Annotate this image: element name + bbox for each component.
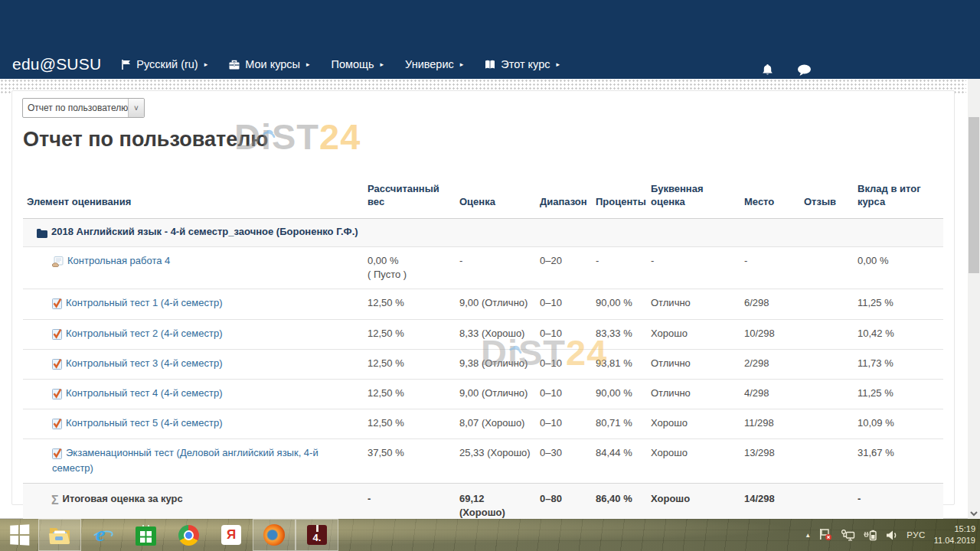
taskbar-file-explorer[interactable] bbox=[38, 519, 81, 551]
page-title: Отчет по пользователю bbox=[23, 128, 268, 152]
cell-feedback bbox=[804, 319, 858, 349]
cell-rank: 10/298 bbox=[744, 319, 804, 349]
taskbar-clock[interactable]: 15:19 11.04.2019 bbox=[934, 523, 975, 546]
browser-viewport: edu@SUSU Русский (ru) ▸ Мои курсы ▸ Помо… bbox=[0, 0, 980, 519]
item-name[interactable]: Контрольный тест 5 (4-й семестр) bbox=[66, 417, 222, 429]
screen: edu@SUSU Русский (ru) ▸ Мои курсы ▸ Помо… bbox=[0, 0, 980, 551]
main-nav: Русский (ru) ▸ Мои курсы ▸ Помощь ▸ Унив… bbox=[121, 58, 560, 70]
grade-report-table: Элемент оценивания Рассчитанный вес Оцен… bbox=[23, 171, 943, 527]
cell-rank: 11/298 bbox=[744, 409, 804, 439]
item-name[interactable]: Контрольный тест 2 (4-й семестр) bbox=[66, 328, 222, 339]
network-icon[interactable] bbox=[841, 530, 855, 541]
internet-explorer-icon: e bbox=[92, 524, 113, 546]
taskbar-firefox[interactable] bbox=[253, 519, 296, 551]
item-name-cell: Контрольный тест 2 (4-й семестр) bbox=[23, 319, 368, 349]
item-name[interactable]: Контрольная работа 4 bbox=[67, 255, 170, 266]
bell-icon[interactable] bbox=[761, 64, 774, 77]
item-name: 2018 Английский язык - 4-й семестр_заочн… bbox=[51, 226, 358, 237]
cell-feedback bbox=[804, 439, 858, 483]
cell-rank: 4/298 bbox=[744, 379, 804, 409]
cell-grade: 25,33 (Хорошо) bbox=[459, 439, 540, 483]
volume-icon[interactable] bbox=[886, 530, 898, 541]
cell-percent: 90,00 % bbox=[596, 289, 651, 319]
nav-item-label: Русский (ru) bbox=[136, 58, 198, 70]
cell-rank: - bbox=[744, 246, 804, 289]
quiz-icon bbox=[52, 358, 62, 372]
content-card: Отчет по пользователю ˅ Отчет по пользов… bbox=[11, 90, 955, 505]
cell-grade: 9,00 (Отлично) bbox=[459, 379, 540, 409]
chrome-icon bbox=[178, 525, 199, 546]
quiz-icon bbox=[52, 328, 62, 342]
report-type-select[interactable]: Отчет по пользователю ˅ bbox=[22, 98, 145, 118]
col-letter-grade: Буквенная оценка bbox=[651, 171, 744, 218]
cell-feedback bbox=[804, 289, 858, 319]
site-logo[interactable]: edu@SUSU bbox=[12, 55, 101, 73]
cell-grade: - bbox=[459, 246, 540, 289]
item-name-cell: Экзаменационный тест (Деловой английский… bbox=[23, 439, 368, 483]
taskbar-internet-explorer[interactable]: e bbox=[81, 519, 124, 551]
vertical-scrollbar[interactable] bbox=[968, 79, 980, 519]
nav-language-menu[interactable]: Русский (ru) ▸ bbox=[121, 58, 207, 70]
col-rank: Место bbox=[744, 171, 804, 218]
start-button[interactable] bbox=[0, 519, 38, 551]
cell-contribution: 10,42 % bbox=[858, 319, 943, 349]
cell-range: 0–10 bbox=[540, 349, 596, 379]
cell-percent: 83,33 % bbox=[596, 319, 651, 349]
dropdown-caret-icon: ▸ bbox=[306, 61, 310, 68]
grade-row: Контрольный тест 1 (4-й семестр)12,50 %9… bbox=[23, 289, 943, 319]
item-name-cell: Контрольный тест 4 (4-й семестр) bbox=[23, 379, 368, 409]
cell-percent: 93,81 % bbox=[596, 349, 651, 379]
chat-icon[interactable] bbox=[797, 64, 812, 77]
item-name[interactable]: Контрольный тест 1 (4-й семестр) bbox=[66, 297, 222, 308]
cell-contribution: 10,09 % bbox=[858, 409, 943, 439]
scrollbar-down-arrow-icon[interactable] bbox=[969, 507, 978, 514]
cell-range: 0–10 bbox=[540, 379, 596, 409]
grade-row: Контрольная работа 40,00 % ( Пусто )-0–2… bbox=[23, 246, 943, 289]
item-name[interactable]: Контрольный тест 4 (4-й семестр) bbox=[66, 387, 222, 399]
col-grade: Оценка bbox=[459, 171, 540, 218]
firefox-icon bbox=[263, 524, 285, 546]
folder-icon bbox=[48, 526, 71, 544]
nav-univeris-menu[interactable]: Универис ▸ bbox=[405, 58, 463, 70]
quiz-icon bbox=[52, 388, 62, 402]
chevron-down-icon: ˅ bbox=[128, 99, 144, 117]
nav-help-menu[interactable]: Помощь ▸ bbox=[332, 58, 384, 70]
scrollbar-thumb[interactable] bbox=[969, 117, 979, 273]
hidden-icons-expand-icon[interactable]: ▲ bbox=[805, 532, 811, 539]
dropdown-caret-icon: ▸ bbox=[381, 61, 384, 68]
cell-contribution: 11,73 % bbox=[858, 349, 943, 379]
taskbar-yandex-browser[interactable]: Я bbox=[210, 519, 253, 551]
nav-my-courses-menu[interactable]: Мои курсы ▸ bbox=[229, 58, 309, 70]
action-center-flag-icon[interactable] bbox=[819, 529, 832, 541]
taskbar-windows-store[interactable] bbox=[124, 519, 167, 551]
cell-range: 0–10 bbox=[540, 319, 596, 349]
nav-this-course-menu[interactable]: Этот курс ▸ bbox=[485, 58, 560, 70]
cell-feedback bbox=[804, 349, 858, 379]
nav-item-label: Этот курс bbox=[501, 58, 550, 70]
item-name[interactable]: Контрольный тест 3 (4-й семестр) bbox=[66, 357, 222, 369]
power-battery-icon[interactable] bbox=[864, 530, 877, 541]
windows-logo-icon bbox=[10, 524, 29, 546]
cell-grade: 9,00 (Отлично) bbox=[459, 289, 540, 319]
cell-rank: 6/298 bbox=[744, 289, 804, 319]
nav-item-label: Универис bbox=[405, 58, 454, 70]
taskbar-chrome[interactable] bbox=[167, 519, 210, 551]
cell-grade: 9,38 (Отлично) bbox=[459, 349, 540, 379]
quiz-icon bbox=[52, 298, 62, 311]
cell-letter: - bbox=[651, 246, 744, 289]
quiz-icon bbox=[52, 448, 62, 461]
assignment-icon bbox=[52, 256, 64, 269]
language-indicator[interactable]: РУС bbox=[906, 530, 926, 540]
item-name-cell: Контрольная работа 4 bbox=[23, 246, 368, 289]
taskbar-package-app[interactable]: 4. bbox=[296, 519, 338, 551]
item-name-cell: Контрольный тест 5 (4-й семестр) bbox=[23, 409, 368, 439]
nav-item-label: Мои курсы bbox=[245, 58, 300, 70]
col-contribution: Вклад в итог курса bbox=[858, 171, 943, 218]
cell-contribution: 11,25 % bbox=[858, 379, 943, 409]
item-name[interactable]: Экзаменационный тест (Деловой английский… bbox=[52, 447, 318, 474]
item-name-cell: Контрольный тест 3 (4-й семестр) bbox=[23, 349, 368, 379]
cell-weight: 12,50 % bbox=[368, 409, 459, 439]
windows-taskbar: e Я 4. ▲ bbox=[0, 519, 980, 551]
store-icon bbox=[136, 525, 156, 546]
dropdown-caret-icon: ▸ bbox=[557, 61, 560, 68]
